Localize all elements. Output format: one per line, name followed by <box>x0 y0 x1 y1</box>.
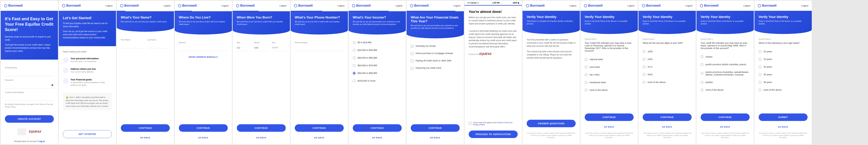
option-label: $100,000 or more <box>358 79 375 82</box>
manual-address-link[interactable]: ENTER ADDRESS MANUALLY <box>179 54 228 59</box>
radio-option[interactable]: $40,000 to $59,999 <box>353 54 402 62</box>
radio-option[interactable]: 1000 <box>643 48 692 55</box>
continue-button[interactable]: CONTINUE <box>585 114 633 121</box>
checkbox-icon <box>411 67 413 70</box>
radio-icon <box>585 66 587 69</box>
radio-option[interactable]: national bank <box>585 55 633 63</box>
submit-button[interactable]: SUBMIT <box>758 114 808 121</box>
radio-option[interactable]: prairie provinces (manitoba, saskatchewa… <box>701 68 750 78</box>
logout-link[interactable]: Logout <box>801 4 808 7</box>
get-started-button[interactable]: GET STARTED <box>63 130 112 138</box>
continue-button[interactable]: CONTINUE <box>643 114 692 121</box>
radio-option[interactable]: omni bank <box>585 63 633 71</box>
radio-option[interactable]: none of the above <box>758 86 808 94</box>
continue-button[interactable]: CONTINUE <box>295 124 344 132</box>
year-input[interactable] <box>272 45 286 51</box>
checkbox-option[interactable]: Home purchase or mortgage renewal <box>411 50 460 57</box>
radio-option[interactable]: $20,000 to $39,999 <box>353 46 402 54</box>
go-back-link[interactable]: GO BACK <box>232 135 290 141</box>
radio-option[interactable]: none of the above <box>585 86 633 94</box>
continue-button[interactable]: CONTINUE <box>179 124 228 132</box>
go-back-link[interactable]: GO BACK <box>175 135 232 141</box>
answer-questions-button[interactable]: ANSWER QUESTIONS <box>527 120 576 127</box>
checkbox-option[interactable]: Investing my money <box>411 43 460 50</box>
logout-link[interactable]: Logout <box>279 4 286 7</box>
logout-link[interactable]: Logout <box>338 4 344 7</box>
radio-option[interactable]: quebec <box>701 78 750 86</box>
radio-option[interactable]: none of the above <box>701 86 750 94</box>
go-back-link[interactable]: GO BACK <box>290 135 348 141</box>
brand-text: Borrowell <box>8 4 23 7</box>
terms-checkbox[interactable] <box>469 122 471 125</box>
radio-option[interactable]: $100,000 or more <box>353 77 402 85</box>
create-account-button[interactable]: CREATE ACCOUNT <box>5 115 54 123</box>
email-input[interactable] <box>5 70 54 76</box>
radio-option[interactable]: 33 years <box>758 55 808 63</box>
logout-link[interactable]: Logout <box>105 4 113 7</box>
radio-option[interactable]: $60,000 to $79,999 <box>353 62 402 69</box>
radio-icon <box>643 73 646 76</box>
checkbox-option[interactable]: Paying off credit cards or other debt <box>411 57 460 65</box>
logout-link[interactable]: Logout <box>221 4 228 7</box>
eye-icon[interactable]: 👁 <box>51 84 54 87</box>
radio-option[interactable]: $80,000 to $99,999 <box>353 69 402 77</box>
logo[interactable]: Borrowell <box>120 4 139 7</box>
radio-option[interactable]: pacific province (british columbia, yuko… <box>701 61 750 68</box>
radio-option[interactable]: 4171 <box>643 63 692 71</box>
radio-option[interactable]: $0 to $19,999 <box>353 39 402 46</box>
continue-button[interactable]: CONTINUE <box>353 124 402 132</box>
radio-option[interactable]: tsb ii #hk1 <box>585 71 633 79</box>
login-link[interactable]: Log in <box>38 140 45 143</box>
first-name-input[interactable] <box>121 42 144 48</box>
continue-button[interactable]: CONTINUE <box>411 124 460 132</box>
option-label: national bank <box>590 58 603 61</box>
logo[interactable]: Borrowell <box>4 4 23 7</box>
title: What Are Your Financial Goals This Year? <box>411 16 460 23</box>
day-input[interactable] <box>237 45 251 51</box>
radio-icon <box>353 49 355 52</box>
last-name-input[interactable] <box>147 42 170 48</box>
go-back-link[interactable]: GO BACK <box>696 124 754 130</box>
checkbox-icon <box>411 59 413 63</box>
address-input[interactable] <box>179 45 228 51</box>
logout-link[interactable]: Logout <box>396 4 402 7</box>
radio-option[interactable]: 34 years <box>758 63 808 71</box>
go-back-link[interactable]: GO BACK <box>639 124 696 130</box>
radio-option[interactable]: none of the above <box>643 78 692 86</box>
logout-link[interactable]: Logout <box>163 4 170 7</box>
radio-option[interactable]: 35 years <box>758 71 808 78</box>
go-back-link[interactable]: GO BACK <box>117 135 174 141</box>
go-back-link[interactable]: GO BACK <box>754 124 812 130</box>
logout-link[interactable]: Logout <box>569 4 576 7</box>
info-address: Address where you live.Your current home… <box>63 65 112 76</box>
confirm-input[interactable] <box>5 94 54 101</box>
option-label: $0 to $19,999 <box>358 41 372 44</box>
checkbox-option[interactable]: Improving my credit score <box>411 65 460 72</box>
logout-link[interactable]: Logout <box>454 4 460 7</box>
radio-option[interactable]: ontario <box>701 53 750 61</box>
month-input[interactable] <box>254 45 268 51</box>
radio-option[interactable]: 4432 <box>643 71 692 78</box>
logout-link[interactable]: Logout <box>685 4 692 7</box>
privacy-link[interactable]: Privacy Policy <box>473 124 485 126</box>
continue-button[interactable]: CONTINUE <box>237 124 286 132</box>
option-label: Improving my credit score <box>415 67 441 69</box>
option-label: Paying off credit cards or other debt <box>415 59 452 62</box>
password-input[interactable] <box>5 82 54 89</box>
option-label: tsb ii #hk1 <box>590 73 600 76</box>
continue-button[interactable]: CONTINUE <box>701 114 750 121</box>
radio-option[interactable]: 36 years <box>758 78 808 86</box>
go-back-link[interactable]: GO BACK <box>349 135 406 141</box>
radio-option[interactable]: 2442 <box>643 55 692 63</box>
logo[interactable]: Borrowell <box>62 4 81 7</box>
radio-option[interactable]: woodstone bank <box>585 79 633 86</box>
logout-link[interactable]: Logout <box>627 4 634 7</box>
terms-link[interactable]: Terms of Use <box>497 121 509 124</box>
go-back-link[interactable]: GO BACK <box>581 124 638 130</box>
go-back-link[interactable]: GO BACK <box>407 135 464 141</box>
phone-input[interactable] <box>295 45 344 51</box>
logout-link[interactable]: Logout <box>743 4 750 7</box>
proceed-button[interactable]: PROCEED TO VERIFICATION <box>469 130 518 138</box>
continue-button[interactable]: CONTINUE <box>121 124 170 132</box>
radio-option[interactable]: 32 years <box>758 48 808 55</box>
